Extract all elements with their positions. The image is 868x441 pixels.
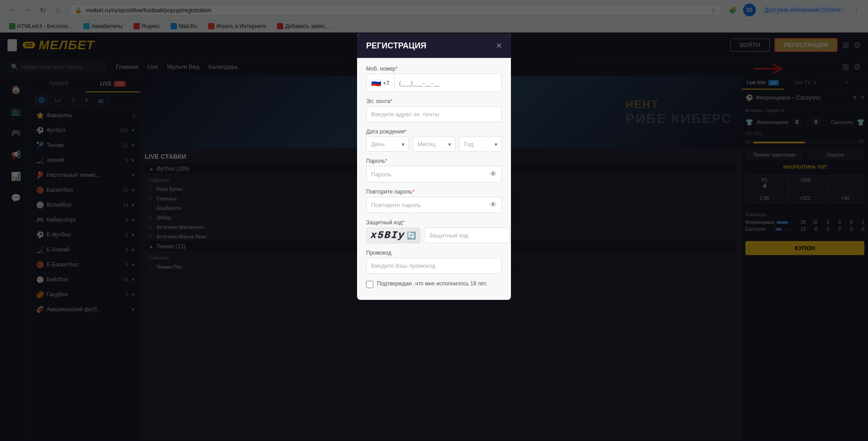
day-select[interactable]: День xyxy=(366,137,409,152)
repeat-password-toggle-icon[interactable]: 👁 xyxy=(485,197,501,213)
captcha-row: x5BIy 🔄 xyxy=(366,228,502,243)
captcha-image: x5BIy 🔄 xyxy=(366,228,420,243)
phone-flag-selector[interactable]: 🇷🇺 +7 xyxy=(367,74,395,91)
repeat-password-input[interactable] xyxy=(367,198,485,213)
promo-input[interactable] xyxy=(366,258,502,274)
year-select[interactable]: Год xyxy=(459,137,502,152)
flag-emoji: 🇷🇺 xyxy=(371,78,381,88)
month-select[interactable]: Месяц xyxy=(413,137,456,152)
registration-modal: РЕГИСТРАЦИЯ × Моб. номер* 🇷🇺 +7 xyxy=(357,33,511,300)
captcha-label: Защитный код* xyxy=(366,219,502,226)
repeat-password-label: Повторите пароль* xyxy=(366,189,502,195)
password-input[interactable] xyxy=(367,167,485,182)
captcha-text: x5BIy xyxy=(370,230,405,241)
form-group-email: Эл. почта* xyxy=(366,98,502,122)
captcha-input[interactable] xyxy=(424,228,510,243)
form-group-captcha: Защитный код* x5BIy 🔄 xyxy=(366,219,502,243)
year-select-wrap: Год xyxy=(459,137,502,152)
date-row: День Месяц Год xyxy=(366,137,502,152)
password-input-wrap: 👁 xyxy=(366,166,502,182)
month-select-wrap: Месяц xyxy=(413,137,456,152)
age-confirm-checkbox[interactable] xyxy=(366,281,373,288)
modal-overlay[interactable]: РЕГИСТРАЦИЯ × Моб. номер* 🇷🇺 +7 xyxy=(0,0,868,440)
password-toggle-icon[interactable]: 👁 xyxy=(485,166,501,182)
email-label: Эл. почта* xyxy=(366,98,502,104)
captcha-refresh-button[interactable]: 🔄 xyxy=(407,231,416,240)
day-select-wrap: День xyxy=(366,137,409,152)
promo-label: Промокод xyxy=(366,250,502,256)
modal-title: РЕГИСТРАЦИЯ xyxy=(366,41,496,51)
form-group-phone: Моб. номер* 🇷🇺 +7 xyxy=(366,66,502,92)
modal-body: Моб. номер* 🇷🇺 +7 Эл. почта* xyxy=(357,58,511,300)
form-group-password: Пароль* 👁 xyxy=(366,158,502,182)
birthday-label: Дата рождения* xyxy=(366,128,502,135)
form-group-promo: Промокод xyxy=(366,250,502,274)
repeat-password-input-wrap: 👁 xyxy=(366,197,502,213)
phone-label: Моб. номер* xyxy=(366,66,502,72)
age-confirm-label: Подтверждаю ,что мне исполнилось 18 лет. xyxy=(377,280,487,288)
phone-code: +7 xyxy=(383,80,390,86)
modal-header: РЕГИСТРАЦИЯ × xyxy=(357,33,511,58)
password-label: Пароль* xyxy=(366,158,502,164)
form-group-repeat-password: Повторите пароль* 👁 xyxy=(366,189,502,213)
age-confirm-row: Подтверждаю ,что мне исполнилось 18 лет. xyxy=(366,280,502,288)
phone-input-wrap: 🇷🇺 +7 xyxy=(366,74,502,92)
modal-close-button[interactable]: × xyxy=(496,41,502,51)
email-input[interactable] xyxy=(366,106,502,122)
phone-number-input[interactable] xyxy=(395,76,501,90)
form-group-birthday: Дата рождения* День Месяц xyxy=(366,128,502,152)
